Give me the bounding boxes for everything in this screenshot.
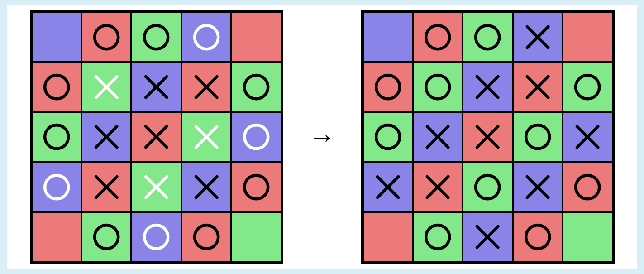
cell-left-0-4 <box>231 12 281 62</box>
cell-right-3-1 <box>413 162 463 212</box>
cross-mark-icon <box>140 71 172 103</box>
cell-right-0-1 <box>413 12 463 62</box>
cell-right-2-2 <box>463 112 512 162</box>
cell-left-3-4 <box>231 162 281 212</box>
cell-left-4-0 <box>32 212 81 262</box>
cross-mark-icon <box>90 71 123 103</box>
svg-point-18 <box>244 125 268 149</box>
cell-left-4-1 <box>81 212 131 262</box>
svg-point-27 <box>95 225 118 249</box>
cross-mark-icon <box>471 221 504 253</box>
svg-point-35 <box>426 75 449 99</box>
cell-right-3-0 <box>363 162 413 212</box>
grid-right <box>361 10 615 264</box>
circle-mark-icon <box>90 221 123 253</box>
cell-left-2-4 <box>231 112 281 162</box>
cross-mark-icon <box>571 120 604 153</box>
svg-point-34 <box>376 75 400 99</box>
cell-right-3-4 <box>563 162 612 212</box>
cell-left-1-0 <box>32 62 81 112</box>
cross-mark-icon <box>190 120 223 153</box>
svg-point-46 <box>526 125 549 149</box>
circle-mark-icon <box>571 171 604 203</box>
circle-mark-icon <box>521 120 554 153</box>
cell-right-4-3 <box>513 212 563 262</box>
cell-left-4-2 <box>131 212 181 262</box>
circle-mark-icon <box>240 71 272 103</box>
circle-mark-icon <box>40 71 73 103</box>
cross-mark-icon <box>421 120 454 153</box>
circle-mark-icon <box>421 71 454 103</box>
svg-point-29 <box>195 225 218 249</box>
cell-right-4-2 <box>463 212 512 262</box>
cross-mark-icon <box>90 171 123 203</box>
cross-mark-icon <box>190 171 223 203</box>
svg-point-10 <box>244 75 268 99</box>
cell-left-2-0 <box>32 112 81 162</box>
svg-point-19 <box>45 175 68 199</box>
svg-point-11 <box>45 125 68 149</box>
cell-left-3-3 <box>181 162 231 212</box>
cell-right-0-4 <box>563 12 612 62</box>
cross-mark-icon <box>140 171 172 203</box>
cell-left-1-1 <box>81 62 131 112</box>
cell-left-1-2 <box>131 62 181 112</box>
cell-right-1-0 <box>363 62 413 112</box>
circle-mark-icon <box>90 21 123 53</box>
svg-point-2 <box>195 25 218 49</box>
cell-left-2-3 <box>181 112 231 162</box>
cell-left-3-1 <box>81 162 131 212</box>
circle-mark-icon <box>571 71 604 103</box>
cell-left-2-1 <box>81 112 131 162</box>
circle-mark-icon <box>190 221 223 253</box>
cell-left-4-4 <box>231 212 281 262</box>
cell-right-2-1 <box>413 112 463 162</box>
cross-mark-icon <box>140 120 172 153</box>
cell-right-0-2 <box>463 12 512 62</box>
arrow-icon: → <box>309 124 336 151</box>
cell-right-4-1 <box>413 212 463 262</box>
circle-mark-icon <box>421 21 454 53</box>
cell-right-0-3 <box>513 12 563 62</box>
svg-point-3 <box>45 75 68 99</box>
diagram-stage: → <box>7 5 637 269</box>
cross-mark-icon <box>521 21 554 53</box>
svg-point-40 <box>576 75 599 99</box>
circle-mark-icon <box>471 171 504 203</box>
svg-point-0 <box>95 25 118 49</box>
circle-mark-icon <box>140 221 172 253</box>
cell-left-1-4 <box>231 62 281 112</box>
cell-right-3-2 <box>463 162 512 212</box>
cell-right-1-1 <box>413 62 463 112</box>
circle-mark-icon <box>240 171 272 203</box>
cell-left-0-1 <box>81 12 131 62</box>
cell-right-1-4 <box>563 62 612 112</box>
svg-point-31 <box>476 25 499 49</box>
cross-mark-icon <box>421 171 454 203</box>
cross-mark-icon <box>190 71 223 103</box>
circle-mark-icon <box>240 120 272 153</box>
cell-right-4-4 <box>563 212 612 262</box>
cell-right-2-0 <box>363 112 413 162</box>
circle-mark-icon <box>140 21 172 53</box>
cell-right-1-2 <box>463 62 512 112</box>
svg-point-30 <box>426 25 449 49</box>
circle-mark-icon <box>40 171 73 203</box>
cell-left-3-0 <box>32 162 81 212</box>
cell-left-0-3 <box>181 12 231 62</box>
cell-right-4-0 <box>363 212 413 262</box>
cross-mark-icon <box>471 71 504 103</box>
cell-left-2-2 <box>131 112 181 162</box>
cell-left-3-2 <box>131 162 181 212</box>
cell-right-0-0 <box>363 12 413 62</box>
cell-right-1-3 <box>513 62 563 112</box>
cell-right-3-3 <box>513 162 563 212</box>
circle-mark-icon <box>471 21 504 53</box>
cross-mark-icon <box>521 171 554 203</box>
cross-mark-icon <box>471 120 504 153</box>
circle-mark-icon <box>372 120 404 153</box>
circle-mark-icon <box>40 120 73 153</box>
svg-point-28 <box>144 225 168 249</box>
circle-mark-icon <box>521 221 554 253</box>
svg-point-60 <box>526 225 549 249</box>
